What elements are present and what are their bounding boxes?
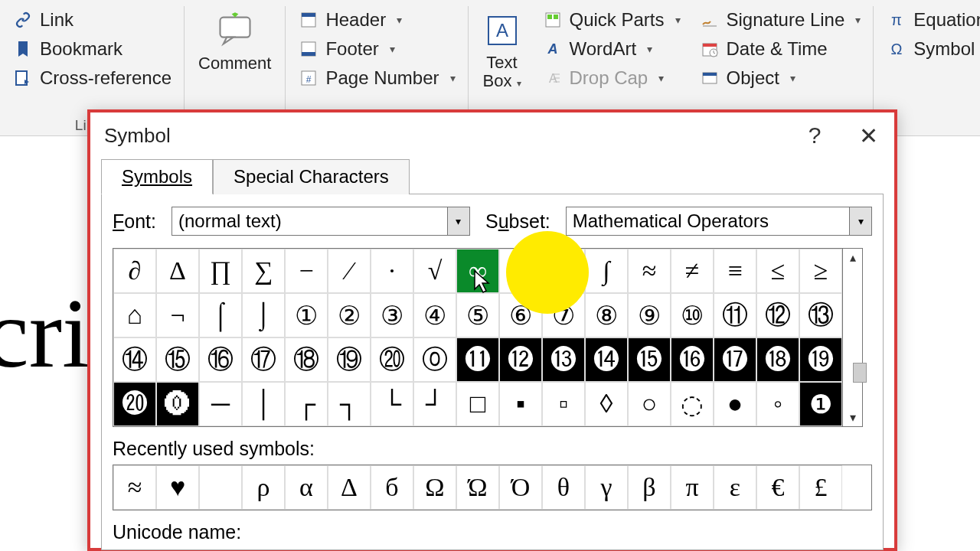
symbol-cell[interactable]: ②	[328, 293, 371, 337]
symbol-cell[interactable]: ○	[628, 382, 671, 426]
symbol-cell[interactable]: ⑧	[585, 293, 628, 337]
symbol-cell[interactable]: ⑭	[113, 337, 156, 382]
symbol-cell[interactable]: ⓿	[156, 382, 199, 426]
symbol-cell[interactable]: ⌠	[199, 293, 242, 337]
symbol-cell[interactable]: ⓫	[456, 337, 499, 382]
recent-symbol-cell[interactable]: β	[628, 465, 671, 510]
footer-button[interactable]: Footer	[292, 35, 461, 63]
symbol-cell[interactable]: ⓭	[542, 337, 585, 382]
symbol-cell[interactable]: ∂	[113, 249, 156, 293]
header-button[interactable]: Header	[292, 6, 461, 34]
symbol-scrollbar[interactable]: ▴ ▾	[843, 248, 863, 427]
link-button[interactable]: Link	[6, 6, 178, 34]
symbol-cell[interactable]: ④	[413, 293, 456, 337]
symbol-cell[interactable]: ┌	[285, 382, 328, 426]
scroll-up-icon[interactable]: ▴	[850, 250, 856, 265]
symbol-cell[interactable]: ⑤	[456, 293, 499, 337]
symbol-cell[interactable]: ⑱	[285, 337, 328, 382]
scroll-down-icon[interactable]: ▾	[850, 410, 856, 425]
font-combo[interactable]: ▾	[172, 207, 470, 236]
symbol-cell[interactable]: Δ	[156, 249, 199, 293]
recent-symbol-cell[interactable]: €	[756, 465, 799, 510]
symbol-cell[interactable]: ①	[285, 293, 328, 337]
symbol-cell[interactable]: └	[371, 382, 413, 426]
symbol-cell[interactable]: √	[413, 249, 456, 293]
symbol-cell[interactable]: │	[242, 382, 285, 426]
symbol-cell[interactable]: ⑰	[242, 337, 285, 382]
symbol-cell[interactable]: ⓪	[413, 337, 456, 382]
symbol-cell[interactable]: ¬	[156, 293, 199, 337]
symbol-cell[interactable]: ∑	[242, 249, 285, 293]
symbol-cell[interactable]: ≥	[799, 249, 842, 293]
textbox-button[interactable]: A TextBox ▾	[475, 6, 530, 120]
datetime-button[interactable]: Date & Time	[693, 35, 867, 63]
recent-symbol-cell[interactable]: α	[285, 465, 328, 510]
symbol-cell[interactable]: ◌	[671, 382, 714, 426]
recent-symbol-cell[interactable]: θ	[542, 465, 585, 510]
subset-input[interactable]	[566, 207, 849, 236]
dropcap-button[interactable]: A Drop Cap	[536, 64, 687, 92]
font-dropdown-button[interactable]: ▾	[447, 207, 470, 236]
symbol-button[interactable]: Ω Symbol	[880, 35, 980, 63]
comment-button[interactable]: Comment	[191, 6, 279, 78]
symbol-cell[interactable]: □	[456, 382, 499, 426]
symbol-cell[interactable]: ∙	[371, 249, 413, 293]
wordart-button[interactable]: A WordArt	[536, 35, 687, 63]
recent-symbol-cell[interactable]: γ	[585, 465, 628, 510]
recent-symbol-cell[interactable]: Ω	[413, 465, 456, 510]
subset-combo[interactable]: ▾	[566, 207, 872, 236]
tab-symbols[interactable]: Symbols	[101, 159, 213, 194]
help-button[interactable]: ?	[799, 120, 830, 151]
symbol-cell[interactable]: −	[285, 249, 328, 293]
signature-button[interactable]: Signature Line	[693, 6, 867, 34]
recent-symbol-cell[interactable]: Ώ	[456, 465, 499, 510]
page-number-button[interactable]: # Page Number	[292, 64, 461, 92]
symbol-cell[interactable]: ⓰	[671, 337, 714, 382]
tab-special-characters[interactable]: Special Characters	[213, 159, 410, 194]
symbol-cell[interactable]: ③	[371, 293, 413, 337]
cross-reference-button[interactable]: Cross-reference	[6, 64, 178, 92]
symbol-cell[interactable]: ⓴	[113, 382, 156, 426]
symbol-cell[interactable]: ∕	[328, 249, 371, 293]
symbol-cell[interactable]: ⑫	[756, 293, 799, 337]
bookmark-button[interactable]: Bookmark	[6, 35, 178, 63]
symbol-cell[interactable]: ⓲	[756, 337, 799, 382]
symbol-cell[interactable]: ⑩	[671, 293, 714, 337]
symbol-cell[interactable]: ◦	[756, 382, 799, 426]
recent-symbol-cell[interactable]: ε	[714, 465, 756, 510]
symbol-cell[interactable]: ●	[714, 382, 756, 426]
recent-symbol-cell[interactable]: Ό	[499, 465, 542, 510]
close-button[interactable]: ✕	[853, 120, 884, 151]
symbol-cell[interactable]: ◊	[585, 382, 628, 426]
recent-symbol-cell[interactable]: Δ	[328, 465, 371, 510]
symbol-cell[interactable]: ⑪	[714, 293, 756, 337]
symbol-cell[interactable]: ⓯	[628, 337, 671, 382]
symbol-cell[interactable]: ❶	[799, 382, 842, 426]
quick-parts-button[interactable]: Quick Parts	[536, 6, 687, 34]
equation-button[interactable]: π Equation	[880, 6, 980, 34]
recent-symbol-cell[interactable]: £	[799, 465, 842, 510]
subset-dropdown-button[interactable]: ▾	[849, 207, 872, 236]
symbol-cell[interactable]: ⑲	[328, 337, 371, 382]
symbol-cell[interactable]: ⑬	[799, 293, 842, 337]
recent-symbol-cell[interactable]: б	[371, 465, 413, 510]
recent-symbol-cell[interactable]: ≈	[113, 465, 156, 510]
symbol-cell[interactable]: ≤	[756, 249, 799, 293]
symbol-cell[interactable]: ⌡	[242, 293, 285, 337]
symbol-cell[interactable]: ∞	[456, 249, 499, 293]
symbol-cell[interactable]: ▫	[542, 382, 585, 426]
symbol-cell[interactable]: ⓬	[499, 337, 542, 382]
symbol-cell[interactable]: ≠	[671, 249, 714, 293]
symbol-cell[interactable]: ≡	[714, 249, 756, 293]
symbol-cell[interactable]: ▪	[499, 382, 542, 426]
recent-symbol-cell[interactable]	[199, 465, 242, 510]
symbol-cell[interactable]: ≈	[628, 249, 671, 293]
symbol-cell[interactable]: ⓮	[585, 337, 628, 382]
font-input[interactable]	[172, 207, 447, 236]
symbol-cell[interactable]: ⌂	[113, 293, 156, 337]
scroll-thumb[interactable]	[853, 363, 867, 383]
recent-symbol-cell[interactable]: π	[671, 465, 714, 510]
symbol-cell[interactable]: ┐	[328, 382, 371, 426]
symbol-cell[interactable]: ∫	[585, 249, 628, 293]
symbol-cell[interactable]: ─	[199, 382, 242, 426]
